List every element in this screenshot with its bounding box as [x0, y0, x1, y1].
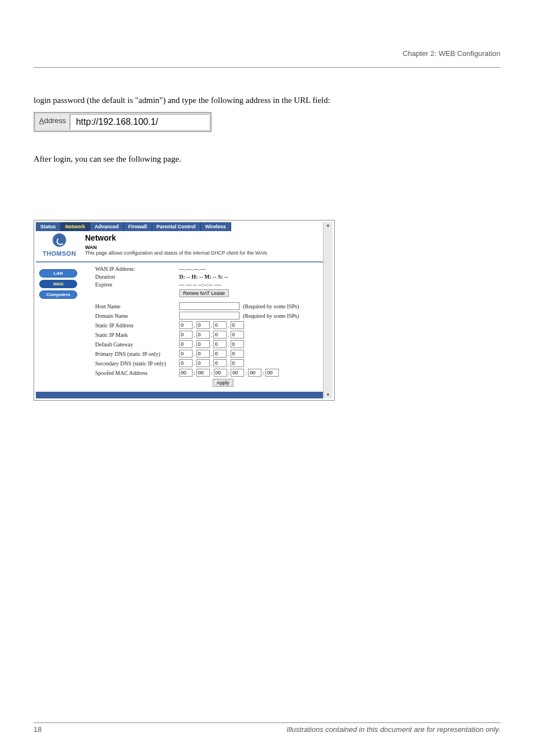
- gateway-oct4[interactable]: [231, 340, 244, 348]
- sidebar-item-computers[interactable]: Computers: [39, 290, 77, 299]
- gateway-oct3[interactable]: [213, 340, 227, 348]
- label-domain-name: Domain Name: [95, 313, 179, 319]
- gateway-oct2[interactable]: [196, 340, 210, 348]
- footer-bar: [36, 392, 323, 398]
- mac-5[interactable]: [248, 369, 261, 377]
- address-url: http://192.168.100.1/: [70, 114, 209, 130]
- mac-2[interactable]: [196, 369, 210, 377]
- mac-4[interactable]: [231, 369, 244, 377]
- static-ip-oct1[interactable]: [179, 321, 193, 329]
- host-name-input[interactable]: [179, 302, 240, 310]
- label-default-gateway: Default Gateway: [95, 341, 179, 348]
- mac-3[interactable]: [214, 369, 227, 377]
- label-duration: Duration: [95, 274, 179, 280]
- static-ip-oct3[interactable]: [213, 321, 227, 329]
- vertical-scrollbar[interactable]: ▲ ▼: [323, 222, 332, 398]
- apply-button[interactable]: Apply: [213, 379, 233, 387]
- static-mask-oct3[interactable]: [213, 331, 227, 339]
- pdns-oct2[interactable]: [196, 350, 210, 358]
- tab-status[interactable]: Status: [36, 222, 61, 231]
- static-ip-oct4[interactable]: [231, 321, 244, 329]
- brand-logo-icon: [53, 233, 66, 247]
- hint-domain-name: (Required by some ISPs): [243, 313, 299, 319]
- label-static-mask: Static IP Mask: [95, 332, 179, 338]
- value-expires: --- --- -- --:--:-- ----: [179, 281, 222, 288]
- value-duration: D: -- H: -- M: -- S: --: [179, 274, 228, 280]
- renew-nat-lease-button[interactable]: Renew NAT Lease: [179, 289, 229, 297]
- side-nav: LAN WAN Computers: [36, 266, 90, 388]
- footer-note: Illustrations contained in this document…: [287, 725, 500, 734]
- scroll-up-icon[interactable]: ▲: [326, 223, 330, 228]
- brand-name: THOMSON: [36, 250, 83, 257]
- sdns-oct1[interactable]: [179, 359, 193, 367]
- static-mask-oct2[interactable]: [196, 331, 210, 339]
- label-secondary-dns: Secondary DNS (static IP only): [95, 360, 179, 367]
- static-ip-oct2[interactable]: [196, 321, 210, 329]
- label-static-ip: Static IP Address: [95, 322, 179, 328]
- address-bar-figure: Address http://192.168.100.1/: [34, 112, 212, 132]
- pdns-oct4[interactable]: [231, 350, 244, 358]
- page-description: This page allows configuration and statu…: [85, 250, 318, 256]
- static-mask-oct1[interactable]: [179, 331, 193, 339]
- wan-form: WAN IP Address:---.---.---.--- DurationD…: [90, 266, 323, 388]
- page-title: Network: [85, 233, 318, 242]
- sdns-oct3[interactable]: [213, 359, 227, 367]
- tab-wireless[interactable]: Wireless: [201, 222, 231, 231]
- scroll-down-icon[interactable]: ▼: [326, 393, 330, 397]
- value-wan-ip: ---.---.---.---: [179, 266, 205, 272]
- label-expires: Expires: [95, 281, 179, 288]
- mac-1[interactable]: [179, 369, 193, 377]
- chapter-header: Chapter 2: WEB Configuration: [34, 34, 500, 58]
- address-label: Address: [36, 114, 70, 130]
- label-primary-dns: Primary DNS (static IP only): [95, 351, 179, 357]
- pdns-oct3[interactable]: [213, 350, 227, 358]
- brand-logo-column: THOMSON: [36, 231, 83, 259]
- divider: [36, 261, 323, 262]
- static-mask-oct4[interactable]: [231, 331, 244, 339]
- tab-advanced[interactable]: Advanced: [90, 222, 124, 231]
- mac-6[interactable]: [265, 369, 279, 377]
- intro-paragraph: login password (the default is "admin") …: [34, 96, 500, 105]
- tab-firewall[interactable]: Firewall: [124, 222, 152, 231]
- tab-network[interactable]: Network: [61, 222, 91, 231]
- tab-bar: Status Network Advanced Firewall Parenta…: [36, 222, 323, 231]
- tab-parental-control[interactable]: Parental Control: [152, 222, 201, 231]
- page-number: 18: [34, 725, 41, 734]
- label-wan-ip: WAN IP Address:: [95, 266, 179, 272]
- sidebar-item-lan[interactable]: LAN: [39, 269, 77, 278]
- pdns-oct1[interactable]: [179, 350, 193, 358]
- sidebar-item-wan[interactable]: WAN: [39, 280, 77, 288]
- router-screenshot: Status Network Advanced Firewall Parenta…: [34, 220, 335, 401]
- domain-name-input[interactable]: [179, 312, 240, 320]
- sdns-oct4[interactable]: [231, 359, 244, 367]
- hint-host-name: (Required by some ISPs): [243, 303, 299, 309]
- label-host-name: Host Name: [95, 303, 179, 309]
- after-address-paragraph: After login, you can see the following p…: [34, 154, 500, 164]
- gateway-oct1[interactable]: [179, 340, 193, 348]
- label-spoofed-mac: Spoofed MAC Address: [95, 370, 179, 376]
- sdns-oct2[interactable]: [196, 359, 210, 367]
- page-subtitle: WAN: [85, 245, 318, 250]
